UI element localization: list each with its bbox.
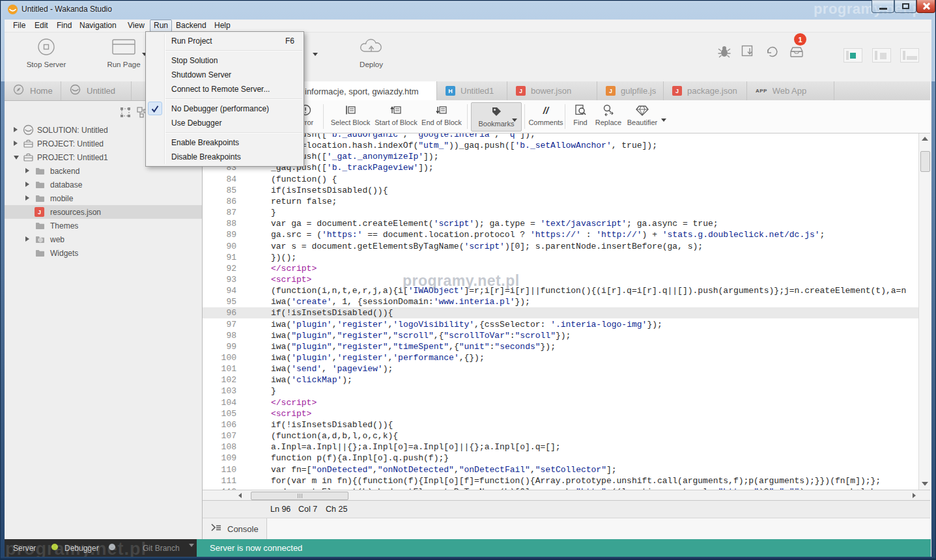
code-line[interactable]: iwa('create', 1, {sessionDomain:'www.int… [271, 296, 530, 307]
menu-backend[interactable]: Backend [173, 20, 210, 31]
code-line[interactable]: iwa('plugin','register','performance',{}… [271, 352, 485, 363]
menu-edit[interactable]: Edit [31, 20, 51, 31]
code-line[interactable]: var ga = document.createElement('script'… [271, 218, 718, 229]
tab-gulpfile-js[interactable]: Jgulpfile.js [597, 81, 664, 100]
code-line[interactable]: function p(f){a.Inpl[o].q.push(f);} [271, 453, 449, 464]
bookmarks-button[interactable]: Bookmarks [471, 102, 522, 132]
tab-untitled1[interactable]: HUntitled1 [437, 81, 507, 100]
tab-web-app[interactable]: APPWeb App [747, 81, 834, 100]
code-line[interactable]: _gaq.push(['b._addOrganic', 'google.inte… [271, 133, 535, 140]
code-line[interactable]: (function(i,n,t,e,r,j,a){i['IWAObject']=… [271, 285, 906, 296]
tree-item-resources-json[interactable]: Jresources.json [5, 205, 202, 219]
code-line[interactable]: iwa('send', 'pageview'); [271, 363, 393, 374]
comments-button[interactable]: // Comments [528, 102, 564, 132]
code-line[interactable]: iwa("plugin","register","scroll",{"scrol… [271, 330, 571, 341]
expand-arrow-icon[interactable] [25, 182, 29, 187]
tab-informacje-sport-gwiazdy-htm[interactable]: informacje, sport, gwiazdy.htm [296, 81, 437, 101]
stop-server-button[interactable]: Stop Server [18, 36, 75, 76]
layout-toggle-left[interactable] [844, 48, 862, 63]
vertical-scroll-thumb[interactable] [920, 151, 930, 172]
beautifier-button[interactable]: Beautifier [623, 102, 661, 132]
code-line[interactable]: var fn=["onDetected","onNotDetected","on… [271, 464, 617, 475]
menu-item-run-project[interactable]: Run ProjectF6 [146, 34, 304, 48]
horizontal-scroll-thumb[interactable] [251, 492, 348, 500]
menu-item-stop-solution[interactable]: Stop Solution [146, 53, 304, 68]
expand-arrow-icon[interactable] [25, 195, 29, 201]
bookmarks-dropdown-icon[interactable] [512, 119, 517, 122]
code-line[interactable]: <script> [271, 408, 311, 419]
console-tab[interactable]: Console [203, 518, 267, 539]
tree-item-database[interactable]: database [5, 178, 202, 191]
menu-item-use-debugger[interactable]: Use Debugger [146, 116, 304, 130]
debug-bug-icon[interactable] [717, 45, 731, 61]
code-line[interactable]: return false; [271, 196, 337, 207]
menu-item-disable-breakpoints[interactable]: Disable Breakpoints [146, 150, 304, 164]
tree-item-mobile[interactable]: mobile [5, 191, 202, 205]
code-line[interactable]: (function() { [271, 174, 337, 185]
scroll-up-icon[interactable] [922, 137, 928, 141]
menu-find[interactable]: Find [53, 20, 75, 31]
horizontal-scrollbar[interactable] [203, 490, 930, 500]
code-line[interactable]: } [271, 207, 276, 218]
start-of-block-button[interactable]: Start of Block [373, 102, 419, 132]
code-line[interactable]: if(-1==location.hash.indexOf("utm_"))_ga… [271, 140, 657, 151]
code-line[interactable]: })(); [271, 252, 296, 263]
expand-arrow-icon[interactable] [14, 141, 18, 146]
menu-item-enable-breakpoints[interactable]: Enable Breakpoints [146, 135, 304, 150]
tab-package-json[interactable]: Jpackage.json [664, 81, 747, 100]
code-line[interactable]: </script> [271, 263, 317, 274]
minimize-button[interactable] [872, 0, 894, 13]
tree-item-themes[interactable]: Themes [5, 219, 202, 232]
menu-file[interactable]: File [10, 20, 29, 31]
layout-toggle-bottom[interactable] [900, 48, 919, 63]
maximize-button[interactable] [894, 0, 916, 13]
code-line[interactable]: <script> [271, 274, 311, 285]
expand-arrow-icon[interactable] [14, 127, 18, 132]
tree-item-widgets[interactable]: Widgets [5, 246, 202, 260]
tab-home[interactable]: Home [5, 81, 61, 100]
run-page-button[interactable]: Run Page [96, 36, 152, 76]
code-line[interactable]: iwa("plugin","register","timeSpent",{"un… [271, 341, 556, 352]
git-branch-label[interactable]: Git Branch [143, 544, 180, 553]
tree-item-web[interactable]: web [5, 232, 202, 246]
find-button[interactable]: Find [567, 102, 593, 132]
code-line[interactable]: (function(a,d,b,l,o,c,k){ [271, 430, 398, 441]
expand-arrow-icon[interactable] [25, 168, 29, 173]
expand-arrow-icon[interactable] [25, 236, 29, 242]
vertical-scrollbar[interactable] [918, 133, 930, 490]
code-line[interactable]: if(!isInsetsDisabled()){ [271, 419, 393, 430]
git-branch-dropdown-icon[interactable] [189, 544, 194, 547]
code-line[interactable]: iwa('plugin','register','logoVisibility'… [271, 319, 662, 330]
inbox-drawer-icon[interactable] [789, 45, 804, 62]
code-line[interactable]: iwa('clickMap'); [271, 374, 352, 385]
code-line[interactable]: </script> [271, 397, 317, 408]
expand-arrow-icon[interactable] [14, 156, 19, 160]
menu-view[interactable]: View [124, 20, 148, 31]
deploy-button[interactable]: Deploy [345, 36, 398, 76]
layout-toggle-center[interactable] [872, 48, 891, 63]
export-icon[interactable] [741, 45, 754, 61]
menu-item-no-debugger-performance[interactable]: No Debugger (performance) [146, 102, 304, 116]
selection-frame-icon[interactable] [119, 106, 132, 121]
close-button[interactable] [916, 0, 935, 13]
code-line[interactable]: ga.src = ('https:' == document.location.… [271, 229, 825, 240]
tab-untitled[interactable]: Untitled [61, 81, 132, 100]
code-line[interactable]: var s = document.getElementsByTagName('s… [271, 241, 703, 252]
menu-run[interactable]: Run [150, 20, 172, 32]
menu-item-connect-to-remote-server[interactable]: Connect to Remote Server... [146, 82, 304, 96]
replace-button[interactable]: Replace [592, 102, 625, 132]
menu-item-shutdown-server[interactable]: Shutdown Server [146, 68, 304, 82]
code-line[interactable]: if(!isInsetsDisabled()){ [271, 307, 393, 318]
refresh-icon[interactable] [765, 45, 780, 61]
editor-toolbar-overflow-icon[interactable] [661, 119, 666, 122]
code-line[interactable]: for(var m in fn){(function(f){Inpl[o][f]… [271, 475, 881, 486]
code-line[interactable]: if(isInsetsDisabled()){ [271, 185, 388, 196]
menu-help[interactable]: Help [211, 20, 234, 31]
tab-bower-json[interactable]: Jbower.json [507, 81, 597, 100]
toolbar-dropdown-icon[interactable] [313, 53, 318, 56]
code-line[interactable]: a.Inpl=a.Inpl||{};a.Inpl[o]=a.Inpl[o]||{… [271, 441, 561, 453]
select-block-button[interactable]: Select Block [326, 102, 375, 132]
code-editor[interactable]: 80_gaq.push(['b._addOrganic', 'google.in… [203, 133, 918, 490]
end-of-block-button[interactable]: End of Block [419, 102, 464, 132]
title-bar[interactable]: Untitled - Wakanda Studio programy.net.p… [0, 0, 936, 20]
